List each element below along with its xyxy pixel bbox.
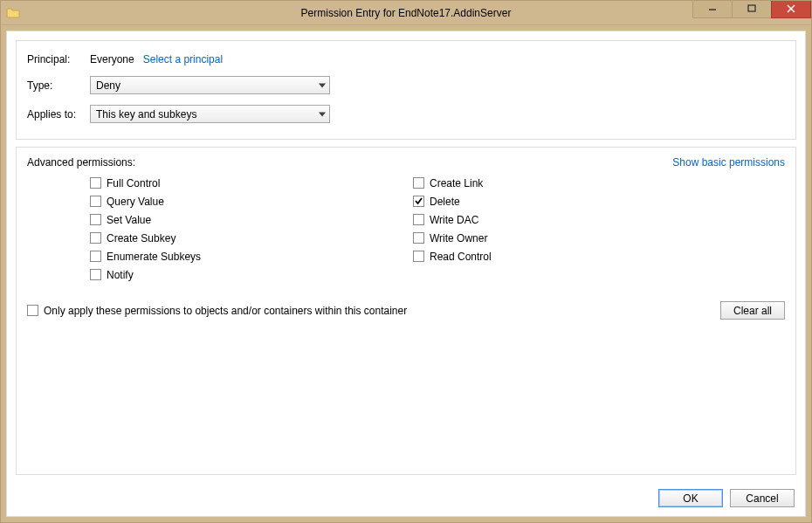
permission-label: Notify <box>107 269 134 281</box>
type-combo[interactable]: Deny <box>90 76 330 94</box>
titlebar[interactable]: Permission Entry for EndNote17.AddinServ… <box>1 1 811 25</box>
permissions-left-column: Full ControlQuery ValueSet ValueCreate S… <box>90 174 413 284</box>
permission-label: Full Control <box>107 177 160 189</box>
permission-label: Create Link <box>430 177 483 189</box>
permission-checkbox[interactable]: Query Value <box>90 192 413 210</box>
show-basic-permissions-link[interactable]: Show basic permissions <box>672 156 785 169</box>
principal-label: Principal: <box>27 53 90 65</box>
permission-checkbox[interactable]: Delete <box>413 192 736 210</box>
only-apply-checkbox[interactable]: Only apply these permissions to objects … <box>27 301 407 320</box>
client-area: Principal: Everyone Select a principal T… <box>6 31 806 517</box>
window-frame: Permission Entry for EndNote17.AddinServ… <box>0 0 812 523</box>
type-combo-value: Deny <box>96 79 120 92</box>
checkbox-box <box>413 232 424 244</box>
chevron-down-icon <box>319 83 326 87</box>
checkbox-box <box>90 232 101 244</box>
principal-section: Principal: Everyone Select a principal T… <box>16 40 796 140</box>
checkbox-box <box>90 251 101 262</box>
permission-label: Write DAC <box>430 214 478 226</box>
window-controls <box>693 1 811 18</box>
window-title: Permission Entry for EndNote17.AddinServ… <box>1 7 811 19</box>
permission-checkbox[interactable]: Write DAC <box>413 210 736 229</box>
close-button[interactable] <box>771 1 811 18</box>
permissions-section: Advanced permissions: Show basic permiss… <box>16 147 796 475</box>
permission-label: Read Control <box>430 251 492 263</box>
applies-to-label: Applies to: <box>27 108 90 120</box>
applies-to-combo-value: This key and subkeys <box>96 108 196 120</box>
principal-value: Everyone <box>90 53 134 65</box>
type-label: Type: <box>27 79 90 92</box>
ok-button[interactable]: OK <box>658 489 723 507</box>
permissions-heading: Advanced permissions: <box>27 156 135 169</box>
permission-label: Enumerate Subkeys <box>107 251 201 263</box>
checkbox-box <box>90 196 101 207</box>
checkbox-box <box>413 214 424 225</box>
svg-rect-1 <box>748 5 755 11</box>
permission-checkbox[interactable]: Enumerate Subkeys <box>90 247 413 265</box>
chevron-down-icon <box>319 112 326 116</box>
permission-checkbox[interactable]: Create Link <box>413 174 736 192</box>
only-apply-label: Only apply these permissions to objects … <box>44 305 407 317</box>
permission-label: Set Value <box>107 214 151 226</box>
permission-checkbox[interactable]: Read Control <box>413 247 736 265</box>
checkbox-box <box>413 177 424 189</box>
permission-label: Create Subkey <box>107 232 175 244</box>
checkbox-box <box>90 214 101 225</box>
dialog-buttons: OK Cancel <box>7 482 805 516</box>
permission-label: Write Owner <box>430 232 487 244</box>
permission-checkbox[interactable]: Write Owner <box>413 229 736 247</box>
permission-label: Delete <box>430 196 460 208</box>
permission-checkbox[interactable]: Notify <box>90 265 413 284</box>
checkbox-box <box>90 177 101 189</box>
select-principal-link[interactable]: Select a principal <box>143 53 223 65</box>
maximize-button[interactable] <box>732 1 772 18</box>
clear-all-button[interactable]: Clear all <box>720 301 785 320</box>
permissions-right-column: Create LinkDeleteWrite DACWrite OwnerRea… <box>413 174 736 284</box>
minimize-button[interactable] <box>692 1 733 18</box>
applies-to-combo[interactable]: This key and subkeys <box>90 105 330 123</box>
checkbox-box <box>413 251 424 262</box>
folder-icon <box>6 6 20 20</box>
permission-checkbox[interactable]: Set Value <box>90 210 413 229</box>
checkbox-box <box>90 269 101 280</box>
permission-checkbox[interactable]: Full Control <box>90 174 413 192</box>
permission-label: Query Value <box>107 196 164 208</box>
permissions-columns: Full ControlQuery ValueSet ValueCreate S… <box>90 174 785 284</box>
cancel-button[interactable]: Cancel <box>730 489 795 507</box>
permission-checkbox[interactable]: Create Subkey <box>90 229 413 247</box>
checkbox-box <box>413 196 424 207</box>
checkbox-box <box>27 305 38 316</box>
